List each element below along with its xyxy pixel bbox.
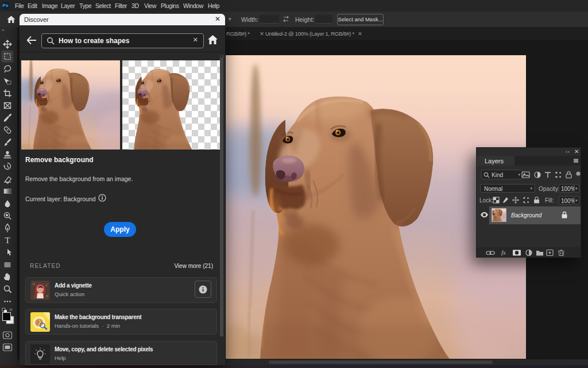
svg-text:fx: fx <box>501 249 506 256</box>
svg-text:T: T <box>5 236 10 245</box>
